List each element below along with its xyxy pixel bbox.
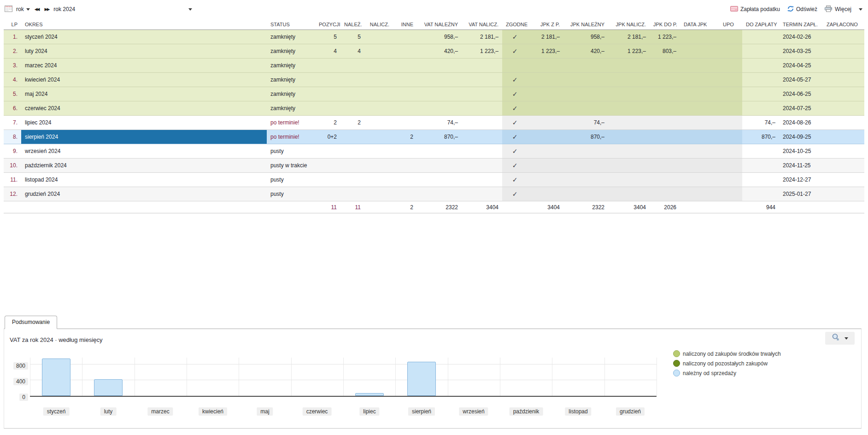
cell-zgodne: ✓ (502, 73, 528, 87)
cell-inne (393, 73, 417, 87)
table-row[interactable]: 1.styczeń 2024zamknięty55958,–2 181,–✓2 … (4, 30, 864, 44)
column-header-pozycji[interactable]: POZYCJI (315, 20, 340, 30)
table-row[interactable]: 6.czerwiec 2024zamknięty✓2024-07-25 (4, 101, 864, 116)
more-chevron-icon[interactable] (859, 8, 862, 11)
cell-inne (393, 59, 417, 73)
cell-nalez (340, 144, 364, 159)
cell-jpk_nalicz (608, 116, 650, 130)
x-axis-tick-label: paździenik (510, 407, 543, 416)
table-row[interactable]: 2.luty 2024zamknięty44420,–1 223,–✓1 223… (4, 44, 864, 59)
column-header-data_jpk[interactable]: DATA JPK (680, 20, 715, 30)
cell-jpk_nalezny: 420,– (563, 44, 608, 59)
cell-upo (715, 187, 742, 201)
cell-status: zamknięty (267, 73, 315, 87)
prev-period-button[interactable]: ◀◀ (34, 7, 40, 12)
total-zgodne (502, 201, 528, 213)
cell-data_jpk (680, 173, 715, 187)
table-row[interactable]: 11.listopad 2024pusty✓2024-12-27 (4, 173, 864, 187)
check-icon: ✓ (512, 76, 518, 83)
column-header-vat_nalicz[interactable]: VAT NALICZ. (462, 20, 502, 30)
cell-pozycji (315, 73, 340, 87)
x-axis-tick-label: listopad (565, 407, 591, 416)
totals-row: 11112232234043404232234042026944 (4, 201, 864, 213)
table-row[interactable]: 10.październik 2024pusty w trakcie✓2024-… (4, 159, 864, 173)
chart-zoom-button[interactable] (825, 332, 855, 345)
column-header-vat_nalezny[interactable]: VAT NALEŻNY (417, 20, 462, 30)
legend-item: należny od sprzedaży (673, 370, 781, 376)
period-dropdown-chevron-icon[interactable] (188, 8, 192, 11)
horizontal-gridline (30, 364, 657, 364)
column-header-nalez[interactable]: NALEŻ. (340, 20, 364, 30)
cell-jpk_nalezny: 958,– (563, 30, 608, 44)
toolbar-actions: Zapłata podatku Odśwież Więcej (730, 6, 862, 13)
total-vat_nalicz: 3404 (462, 201, 502, 213)
cell-lp: 7. (4, 116, 21, 130)
bar-styczeń (42, 359, 70, 396)
check-icon: ✓ (512, 90, 518, 98)
cell-jpk_nalezny (563, 187, 608, 201)
period-type-dropdown[interactable]: rok (16, 6, 30, 12)
bar-luty (94, 379, 123, 396)
pay-tax-button[interactable]: Zapłata podatku (730, 6, 780, 13)
cell-data_jpk (680, 130, 715, 144)
cell-vat_nalezny (417, 73, 462, 87)
cell-upo (715, 130, 742, 144)
cell-zaplacono (823, 59, 864, 73)
cell-lp: 12. (4, 187, 21, 201)
table-row[interactable]: 5.maj 2024zamknięty✓2024-06-25 (4, 87, 864, 101)
table-row[interactable]: 4.kwiecień 2024zamknięty✓2024-05-27 (4, 73, 864, 87)
cell-pozycji: 2 (315, 116, 340, 130)
tab-podsumowanie[interactable]: Podsumowanie (5, 316, 57, 329)
cell-zgodne: ✓ (502, 159, 528, 173)
cell-pozycji: 4 (315, 44, 340, 59)
cell-nalicz (364, 173, 393, 187)
chart-legend: naliczony od zakupów środków trwałychnal… (673, 350, 781, 379)
cell-inne (393, 87, 417, 101)
cell-jpk_nalezny (563, 59, 608, 73)
next-period-button[interactable]: ▶▶ (44, 7, 50, 12)
cell-inne (393, 187, 417, 201)
column-header-jpk_nalicz[interactable]: JPK NALICZ. (608, 20, 650, 30)
column-header-lp[interactable]: LP (4, 20, 21, 30)
column-header-jpk_z_p[interactable]: JPK Z P. (528, 20, 563, 30)
column-header-jpk_do_p[interactable]: JPK DO P. (650, 20, 680, 30)
table-row[interactable]: 3.marzec 2024zamknięty2024-04-25 (4, 59, 864, 73)
cell-nalez (340, 130, 364, 144)
table-row[interactable]: 9.wrzesień 2024pusty✓2024-10-25 (4, 144, 864, 159)
table-row[interactable]: 8.sierpień 2024po terminie!0+22870,–✓870… (4, 130, 864, 144)
column-header-nalicz[interactable]: NALICZ. (364, 20, 393, 30)
cell-pozycji (315, 173, 340, 187)
column-header-inne[interactable]: INNE (393, 20, 417, 30)
refresh-button[interactable]: Odśwież (787, 6, 817, 13)
column-header-status[interactable]: STATUS (267, 20, 315, 30)
cell-jpk_nalezny (563, 144, 608, 159)
table-row[interactable]: 7.lipiec 2024po terminie!2274,–✓74,–74,–… (4, 116, 864, 130)
cell-termin: 2024-06-25 (779, 87, 823, 101)
column-header-do_zaplaty[interactable]: DO ZAPŁATY (742, 20, 779, 30)
column-header-zaplacono[interactable]: ZAPŁACONO (823, 20, 864, 30)
cell-jpk_nalezny (563, 87, 608, 101)
column-header-jpk_nalezny[interactable]: JPK NALEŻNY (563, 20, 608, 30)
cell-termin: 2025-01-27 (779, 187, 823, 201)
summary-section: Podsumowanie VAT za rok 2024 · według mi… (4, 316, 862, 429)
column-header-termin[interactable]: TERMIN ZAPŁ. (779, 20, 823, 30)
cell-status: zamknięty (267, 44, 315, 59)
cell-zaplacono (823, 116, 864, 130)
column-header-okres[interactable]: OKRES (21, 20, 267, 30)
more-button[interactable]: Więcej (825, 6, 851, 13)
table-row[interactable]: 12.grudzień 2024pusty✓2025-01-27 (4, 187, 864, 201)
cell-okres: listopad 2024 (21, 173, 267, 187)
total-nalicz (364, 201, 393, 213)
total-upo (715, 201, 742, 213)
printer-icon (825, 6, 833, 13)
column-header-upo[interactable]: UPO (715, 20, 742, 30)
cell-jpk_nalicz (608, 130, 650, 144)
cell-zgodne: ✓ (502, 101, 528, 116)
cell-termin: 2024-04-25 (779, 59, 823, 73)
column-header-zgodne[interactable]: ZGODNE (502, 20, 528, 30)
cell-data_jpk (680, 116, 715, 130)
vertical-gridline (500, 358, 500, 396)
x-axis-tick-label: sierpień (408, 407, 435, 416)
check-icon: ✓ (512, 176, 518, 183)
cell-vat_nalezny (417, 187, 462, 201)
